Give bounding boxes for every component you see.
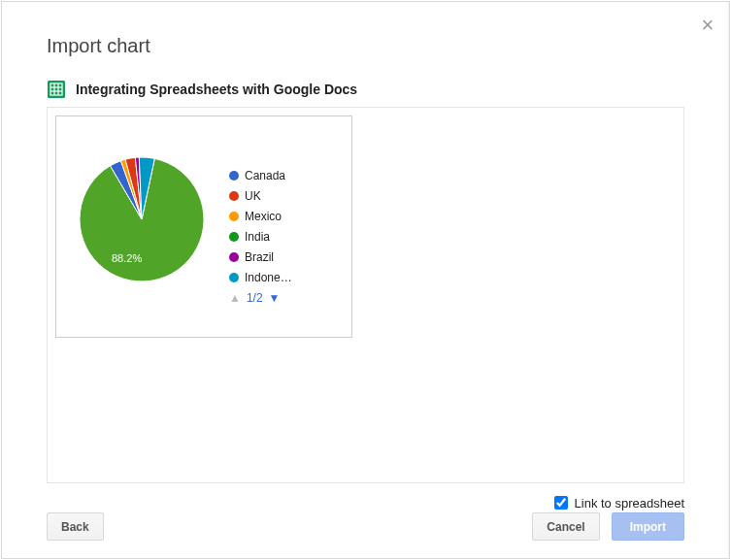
pie-chart: 88.2% <box>78 155 206 283</box>
legend-item: Brazil <box>229 247 292 267</box>
legend-item: India <box>229 226 292 247</box>
footer-right: Cancel Import <box>532 512 684 541</box>
legend-swatch <box>229 232 239 242</box>
legend-item: Mexico <box>229 206 292 226</box>
link-to-spreadsheet-checkbox[interactable] <box>554 496 568 510</box>
legend-pager: ▲ 1/2 ▼ <box>229 291 280 305</box>
pager-next-icon[interactable]: ▼ <box>269 291 281 305</box>
legend-label: Brazil <box>245 250 274 264</box>
legend-swatch <box>229 252 239 262</box>
legend-swatch <box>229 191 239 201</box>
legend-swatch <box>229 171 239 181</box>
chart-thumbnail[interactable]: 88.2% CanadaUKMexicoIndiaBrazilIndone… ▲… <box>55 115 352 338</box>
pager-text: 1/2 <box>247 291 263 305</box>
close-icon[interactable]: × <box>698 16 717 35</box>
legend-item: UK <box>229 185 292 206</box>
import-chart-dialog: × Import chart Integrating Spreadsheets … <box>1 1 730 559</box>
source-document-row: Integrating Spreadsheets with Google Doc… <box>47 80 357 99</box>
legend-label: Mexico <box>245 210 282 223</box>
cancel-button[interactable]: Cancel <box>532 512 599 541</box>
legend-label: Canada <box>245 169 285 182</box>
link-to-spreadsheet-label: Link to spreadsheet <box>575 496 684 511</box>
legend-item: Canada <box>229 165 292 185</box>
legend-label: Indone… <box>245 271 292 284</box>
legend-label: India <box>245 230 270 244</box>
import-button[interactable]: Import <box>612 512 684 541</box>
legend-swatch <box>229 273 239 282</box>
chart-picker-area: 88.2% CanadaUKMexicoIndiaBrazilIndone… ▲… <box>47 107 684 483</box>
legend-swatch <box>229 212 239 221</box>
chart-legend: CanadaUKMexicoIndiaBrazilIndone… <box>229 165 292 287</box>
pager-prev-icon[interactable]: ▲ <box>229 291 241 305</box>
link-to-spreadsheet-row[interactable]: Link to spreadsheet <box>550 493 684 512</box>
back-button[interactable]: Back <box>47 512 104 541</box>
pie-data-label: 88.2% <box>112 252 142 264</box>
legend-item: Indone… <box>229 267 292 287</box>
sheets-icon <box>47 80 66 99</box>
source-document-name: Integrating Spreadsheets with Google Doc… <box>76 82 357 97</box>
legend-label: UK <box>245 189 261 203</box>
footer-left: Back <box>47 512 104 541</box>
dialog-title: Import chart <box>47 35 150 57</box>
